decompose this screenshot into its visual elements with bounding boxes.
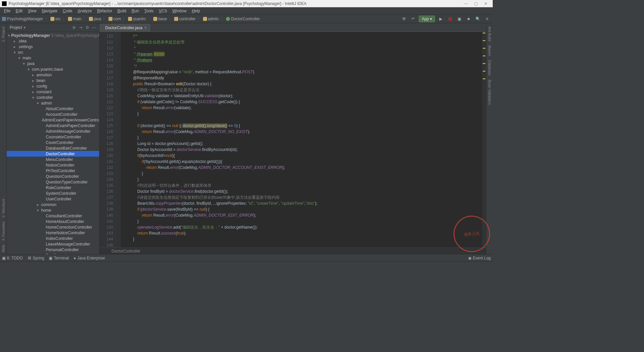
tree-item-homeaboutcontroller[interactable]: HomeAboutController: [7, 219, 99, 224]
tree-item-common[interactable]: ▸common: [7, 202, 99, 207]
tree-item-src[interactable]: ▾src: [7, 49, 99, 55]
hide-icon[interactable]: —: [91, 25, 97, 30]
crumb-src[interactable]: src: [50, 17, 61, 21]
maximize-button[interactable]: ▢: [471, 1, 481, 6]
menu-navigate[interactable]: Navigate: [39, 9, 60, 13]
tree-item-homecorrectioncontroller[interactable]: HomeCorrectionController: [7, 224, 99, 230]
run-with-coverage-icon[interactable]: ▣: [456, 15, 463, 23]
tree-item-personalcontroller[interactable]: PersonalController: [7, 247, 99, 252]
locate-icon[interactable]: ⊕: [71, 25, 77, 30]
tree-item-usercontroller[interactable]: UserController: [7, 196, 99, 202]
tree-item-bean[interactable]: ▸bean: [7, 78, 99, 83]
crumb-main[interactable]: main: [68, 17, 82, 21]
tool-todo[interactable]: ▣ 6: TODO: [2, 256, 23, 260]
tree-item-controller[interactable]: ▾controller: [7, 95, 99, 100]
build-icon[interactable]: ⚒: [400, 15, 407, 23]
gear-icon[interactable]: ⚙: [84, 25, 91, 30]
menu-tools[interactable]: Tools: [142, 9, 156, 13]
tree-item-com-yuanlrc-base[interactable]: ▾com.yuanlrc.base: [7, 66, 99, 72]
tool-database[interactable]: Database: [488, 58, 492, 78]
crumb-base[interactable]: base: [153, 17, 167, 21]
minimize-button[interactable]: —: [461, 1, 471, 6]
back-icon[interactable]: ↶: [409, 15, 417, 23]
breadcrumb[interactable]: PsychologyManager〉src〉main〉java〉com〉yuan…: [2, 16, 260, 22]
tree-item-adminexampapercontroller[interactable]: AdminExamPaperController: [7, 123, 99, 128]
crumb-psychologymanager[interactable]: PsychologyManager: [2, 17, 43, 21]
tool-favorites[interactable]: 2: Favorites: [1, 220, 5, 243]
crumb-com[interactable]: com: [108, 17, 121, 21]
crumb-doctorcontroller[interactable]: DoctorController: [226, 17, 260, 21]
tree-item-main[interactable]: ▾main: [7, 55, 99, 61]
tree-item-constant[interactable]: ▸constant: [7, 89, 99, 95]
stop-button[interactable]: ■: [465, 15, 472, 23]
crumb-admin[interactable]: admin: [203, 17, 219, 21]
tree-item-testcontroller[interactable]: TestController: [7, 252, 99, 254]
event-log[interactable]: ◉ Event Log: [468, 256, 491, 260]
tool-web[interactable]: Web: [1, 243, 5, 254]
tree-item-annotion[interactable]: ▸annotion: [7, 72, 99, 78]
close-button[interactable]: ✕: [481, 1, 491, 6]
settings-icon[interactable]: ≡: [483, 15, 491, 23]
menu-code[interactable]: Code: [60, 9, 75, 13]
tree-item-consultantcontroller[interactable]: ConsultantController: [7, 213, 99, 219]
tree-item-questiontypecontroller[interactable]: QuestionTypeController: [7, 179, 99, 185]
tree-item-java[interactable]: ▾java: [7, 61, 99, 66]
menu-vcs[interactable]: VCS: [156, 9, 170, 13]
tree-item-databasebakcontroller[interactable]: DatabaseBakController: [7, 145, 99, 151]
tree-item-menucontroller[interactable]: MenuController: [7, 157, 99, 162]
crumb-java[interactable]: java: [89, 17, 101, 21]
code-content[interactable]: /** * 编辑医生信息表单提交处理 * * @param doctor * @…: [121, 32, 482, 247]
tool-maven[interactable]: Maven: [488, 43, 492, 58]
tree-item-doctorcontroller[interactable]: DoctorController: [7, 151, 99, 157]
tree-item-indexcontroller[interactable]: IndexController: [7, 236, 99, 241]
tree-item-home[interactable]: ▾home: [7, 207, 99, 213]
menu-build[interactable]: Build: [115, 9, 129, 13]
tool-spring[interactable]: ⌘ Spring: [28, 256, 44, 260]
tab-doctorcontroller[interactable]: DoctorController.java ×: [100, 24, 150, 32]
tool-terminal[interactable]: ▣ Terminal: [49, 256, 69, 260]
tree-root[interactable]: ▾PsychologyManagerE:\idea_space\Psycholo…: [7, 33, 99, 38]
close-tab-icon[interactable]: ×: [144, 26, 147, 30]
tree-item-covercontroller[interactable]: CoverController: [7, 140, 99, 145]
tree-item-noticecontroller[interactable]: NoticeController: [7, 162, 99, 168]
tree-item-homenoticecontroller[interactable]: HomeNoticeController: [7, 230, 99, 236]
editor-breadcrumb[interactable]: DoctorController: [100, 247, 486, 254]
tree-item-phtestcontroller[interactable]: PhTestController: [7, 168, 99, 174]
tool-project[interactable]: 1: Project: [1, 25, 5, 44]
crumb-yuanlrc[interactable]: yuanlrc: [128, 17, 146, 21]
collapse-icon[interactable]: ⇥: [77, 25, 84, 30]
tree-item-questioncontroller[interactable]: QuestionController: [7, 174, 99, 179]
menu-help[interactable]: Help: [189, 9, 203, 13]
code-area[interactable]: 110 111 112 113 114 115 116 117 118 119 …: [100, 32, 486, 247]
error-stripe[interactable]: [482, 32, 486, 247]
tree-item-admin[interactable]: ▾admin: [7, 100, 99, 106]
menu-run[interactable]: Run: [129, 9, 142, 13]
menu-refactor[interactable]: Refactor: [95, 9, 115, 13]
tree-item-counselorcontroller[interactable]: CounselorController: [7, 134, 99, 140]
search-icon[interactable]: 🔍: [474, 15, 481, 23]
run-button[interactable]: ▶: [437, 15, 444, 23]
tool-structure[interactable]: 2: Structure: [1, 197, 5, 220]
crumb-controller[interactable]: controller: [174, 17, 195, 21]
tool-bean-validation[interactable]: Bean Validation: [488, 78, 492, 107]
tree-item-systemcontroller[interactable]: SystemController: [7, 190, 99, 196]
tool-ant[interactable]: Ant Build: [488, 25, 492, 43]
tool-java-ee[interactable]: ● Java Enterprise: [74, 256, 105, 260]
menu-analyze[interactable]: Analyze: [75, 9, 95, 13]
menu-file[interactable]: File: [1, 9, 13, 13]
tree-item-config[interactable]: ▸config: [7, 83, 99, 89]
tree-item-adminexampaperanswercontroller[interactable]: AdminExamPaperAnswerController: [7, 117, 99, 123]
tree-item--settings[interactable]: ▸.settings: [7, 44, 99, 49]
tree-item--idea[interactable]: ▸.idea: [7, 38, 99, 44]
menu-window[interactable]: Window: [170, 9, 189, 13]
tree-item-rolecontroller[interactable]: RoleController: [7, 185, 99, 190]
tree-item-adminmessagecontroller[interactable]: AdminMessageController: [7, 128, 99, 134]
breadcrumb-item[interactable]: DoctorController: [111, 249, 140, 253]
run-config-selector[interactable]: App ▾: [419, 16, 435, 22]
tree-item-aboutcontroller[interactable]: AboutController: [7, 106, 99, 111]
menu-view[interactable]: View: [25, 9, 39, 13]
project-tree[interactable]: ▾PsychologyManagerE:\idea_space\Psycholo…: [7, 32, 99, 254]
tree-item-leavemessagecontroller[interactable]: LeaveMessageController: [7, 241, 99, 247]
menu-edit[interactable]: Edit: [13, 9, 25, 13]
tree-item-accountcontroller[interactable]: AccountController: [7, 111, 99, 117]
